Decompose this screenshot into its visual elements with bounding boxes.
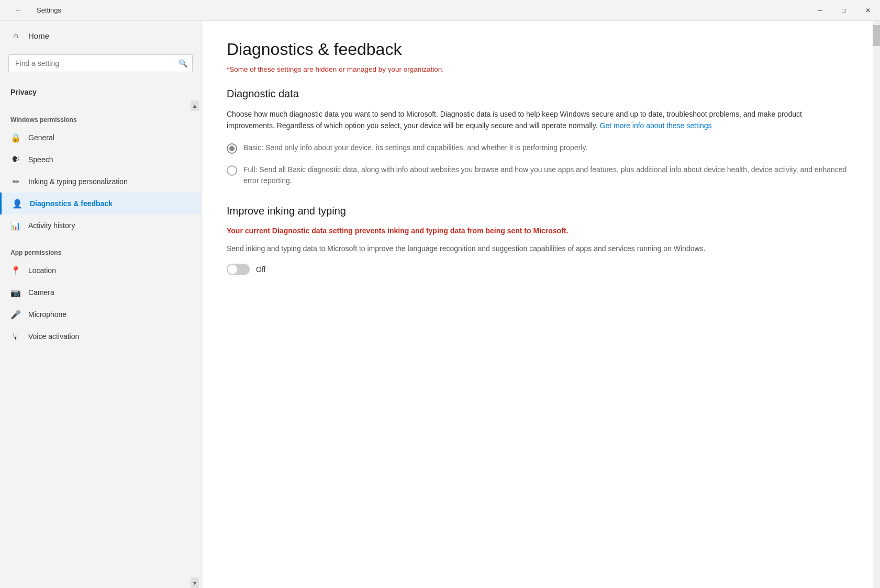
- speech-icon: 🗣: [10, 154, 21, 165]
- diagnostics-icon: 👤: [12, 198, 23, 209]
- voice-icon: 🎙: [10, 331, 21, 342]
- app-container: ⌂ Home 🔍 Privacy ▲ Windows permissions 🔒…: [0, 21, 880, 588]
- radio-full-text: Full: Send all Basic diagnostic data, al…: [243, 164, 848, 186]
- home-icon: ⌂: [10, 30, 21, 41]
- scrollbar-track[interactable]: [873, 21, 880, 588]
- improve-inking-section: Improve inking and typing Your current D…: [227, 205, 848, 275]
- general-label: General: [28, 133, 54, 142]
- camera-label: Camera: [28, 288, 54, 297]
- microphone-icon: 🎤: [10, 309, 21, 320]
- sidebar-item-location[interactable]: 📍 Location: [0, 259, 201, 281]
- microphone-label: Microphone: [28, 310, 66, 319]
- titlebar-left: ← Settings: [6, 0, 61, 21]
- main-content: Diagnostics & feedback *Some of these se…: [202, 21, 873, 588]
- speech-label: Speech: [28, 155, 53, 164]
- titlebar: ← Settings ─ □ ✕: [0, 0, 880, 21]
- search-icon: 🔍: [179, 59, 187, 67]
- radio-basic-text: Basic: Send only info about your device,…: [243, 142, 587, 153]
- location-label: Location: [28, 266, 56, 275]
- sidebar: ⌂ Home 🔍 Privacy ▲ Windows permissions 🔒…: [0, 21, 202, 588]
- inking-label: Inking & typing personalization: [28, 177, 128, 186]
- window-controls: ─ □ ✕: [808, 0, 880, 21]
- sidebar-item-microphone[interactable]: 🎤 Microphone: [0, 303, 201, 325]
- inking-toggle[interactable]: [227, 264, 250, 275]
- sidebar-item-speech[interactable]: 🗣 Speech: [0, 149, 201, 171]
- inking-warning: Your current Diagnostic data setting pre…: [227, 225, 848, 236]
- diagnostic-data-section: Diagnostic data Choose how much diagnost…: [227, 88, 848, 186]
- sidebar-item-voice[interactable]: 🎙 Voice activation: [0, 325, 201, 347]
- diagnostic-description: Choose how much diagnostic data you want…: [227, 108, 848, 132]
- sidebar-item-diagnostics[interactable]: 👤 Diagnostics & feedback: [0, 193, 201, 214]
- toggle-label: Off: [256, 265, 265, 274]
- scroll-up-button[interactable]: ▲: [191, 100, 199, 111]
- back-button[interactable]: ←: [6, 0, 30, 21]
- home-label: Home: [28, 31, 49, 40]
- camera-icon: 📷: [10, 287, 21, 298]
- privacy-heading: Privacy: [0, 81, 201, 100]
- scroll-down-button[interactable]: ▼: [191, 578, 199, 588]
- diagnostic-data-title: Diagnostic data: [227, 88, 848, 100]
- page-title: Diagnostics & feedback: [227, 40, 848, 59]
- inking-toggle-row: Off: [227, 264, 848, 275]
- radio-option-basic[interactable]: Basic: Send only info about your device,…: [227, 142, 848, 154]
- radio-full-circle[interactable]: [227, 165, 237, 176]
- maximize-button[interactable]: □: [832, 0, 856, 21]
- diagnostics-label: Diagnostics & feedback: [30, 199, 113, 208]
- windows-permissions-label: Windows permissions: [0, 112, 201, 127]
- inking-icon: ✏: [10, 176, 21, 187]
- radio-option-full[interactable]: Full: Send all Basic diagnostic data, al…: [227, 164, 848, 186]
- sidebar-search-container: 🔍: [8, 54, 193, 72]
- close-button[interactable]: ✕: [856, 0, 880, 21]
- app-permissions-label: App permissions: [0, 245, 201, 259]
- more-info-link[interactable]: Get more info about these settings: [600, 121, 712, 130]
- activity-label: Activity history: [28, 221, 75, 230]
- sidebar-item-activity[interactable]: 📊 Activity history: [0, 214, 201, 236]
- sidebar-item-inking[interactable]: ✏ Inking & typing personalization: [0, 171, 201, 193]
- org-warning: *Some of these settings are hidden or ma…: [227, 65, 848, 73]
- activity-icon: 📊: [10, 220, 21, 231]
- radio-basic-circle[interactable]: [227, 143, 237, 154]
- sidebar-item-home[interactable]: ⌂ Home: [0, 21, 201, 50]
- search-input[interactable]: [8, 54, 193, 72]
- sidebar-item-general[interactable]: 🔒 General: [0, 127, 201, 149]
- general-icon: 🔒: [10, 132, 21, 143]
- toggle-knob: [228, 265, 237, 274]
- sidebar-item-camera[interactable]: 📷 Camera: [0, 281, 201, 303]
- location-icon: 📍: [10, 265, 21, 276]
- voice-label: Voice activation: [28, 332, 79, 341]
- minimize-button[interactable]: ─: [808, 0, 832, 21]
- radio-group: Basic: Send only info about your device,…: [227, 142, 848, 186]
- scrollbar-thumb[interactable]: [873, 25, 880, 46]
- inking-description: Send inking and typing data to Microsoft…: [227, 243, 848, 254]
- improve-inking-title: Improve inking and typing: [227, 205, 848, 217]
- app-title: Settings: [37, 6, 61, 14]
